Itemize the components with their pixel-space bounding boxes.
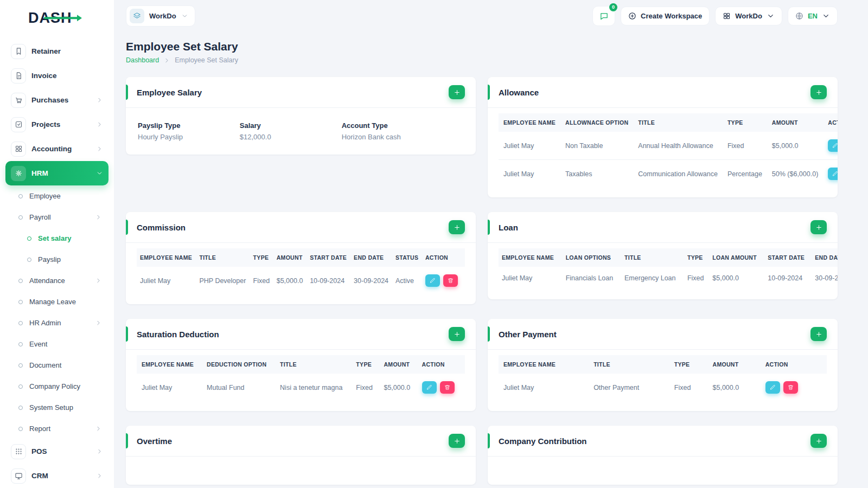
column-header: Loan Options [563, 248, 621, 267]
chevron-right-icon [95, 277, 102, 284]
sidebar-item-label: Purchases [31, 96, 91, 104]
cell-amount: $5,000.0 [767, 132, 823, 160]
loan-card: Loan Employee Name Loan Options Title Ty… [488, 212, 838, 299]
chevron-down-icon [181, 12, 188, 20]
card-title: Allowance [499, 88, 539, 97]
messages-badge: 0 [609, 3, 617, 11]
sidebar-item-payroll[interactable]: Payroll [5, 207, 108, 228]
sidebar-subitem-label: Payslip [38, 255, 102, 264]
add-salary-button[interactable] [449, 85, 465, 99]
logo-arrow-icon [44, 17, 81, 19]
table-row: Juliet May Financials Loan Emergency Loa… [499, 267, 838, 290]
card-title: Company Contribution [499, 436, 586, 446]
add-overtime-button[interactable] [449, 434, 465, 448]
app-menu-label: WorkDo [735, 12, 762, 20]
add-deduction-button[interactable] [449, 327, 465, 341]
column-header: End Date [350, 248, 392, 267]
circle-bullet-icon [18, 300, 23, 304]
sidebar-subitem-label: Report [29, 425, 88, 433]
delete-button[interactable] [440, 381, 455, 394]
card-header: Saturation Deduction [126, 319, 476, 350]
sidebar-item-company-policy[interactable]: Company Policy [5, 376, 108, 397]
plus-icon [454, 224, 461, 231]
sidebar-item-accounting[interactable]: Accounting [5, 137, 108, 161]
add-contribution-button[interactable] [810, 434, 827, 448]
edit-button[interactable] [828, 168, 838, 180]
delete-button[interactable] [443, 274, 458, 287]
sidebar-item-report[interactable]: Report [5, 418, 108, 439]
cell-option: Financials Loan [563, 267, 621, 290]
sidebar-item-attendance[interactable]: Attendance [5, 270, 108, 291]
cell-type: Fixed [351, 374, 379, 401]
sidebar-item-retainer[interactable]: Retainer [5, 39, 108, 63]
company-contribution-card: Company Contribution [488, 426, 838, 485]
add-commission-button[interactable] [449, 220, 465, 234]
sidebar-item-label: POS [31, 447, 91, 455]
sidebar-item-event[interactable]: Event [5, 333, 108, 355]
sidebar-item-pos[interactable]: POS [5, 439, 108, 464]
column-header: Type [250, 248, 273, 267]
pencil-icon [426, 384, 432, 390]
cell-status: Active [392, 267, 422, 294]
column-header: Amount [767, 113, 823, 132]
sidebar-item-projects[interactable]: Projects [5, 112, 108, 137]
sidebar-item-system-setup[interactable]: System Setup [5, 397, 108, 418]
sidebar-item-document[interactable]: Document [5, 355, 108, 376]
column-header: Action [417, 355, 465, 374]
commission-table: Employee Name Title Type Amount Start Da… [137, 248, 465, 294]
sidebar-item-invoice[interactable]: Invoice [5, 63, 108, 88]
allowance-table: Employee Name Allownace Option Title Typ… [499, 113, 838, 188]
cell-option: Mutual Fund [202, 374, 275, 401]
edit-button[interactable] [422, 381, 437, 394]
invoice-icon [11, 68, 26, 84]
card-header: Commission [126, 212, 476, 243]
main-area: WorkDo 0 Create Workspace WorkDo EN [114, 0, 868, 485]
sidebar-item-employee[interactable]: Employee [5, 185, 108, 207]
column-header: Amount [379, 355, 417, 374]
card-title: Other Payment [499, 330, 557, 339]
cell-title: Communication Allowance [633, 160, 723, 188]
sidebar-item-set-salary[interactable]: Set salary [5, 228, 108, 249]
top-right-actions: 0 Create Workspace WorkDo EN [592, 6, 838, 26]
cell-action [417, 374, 465, 401]
sidebar-item-purchases[interactable]: Purchases [5, 88, 108, 112]
circle-bullet-icon [18, 194, 23, 198]
add-allowance-button[interactable] [810, 85, 827, 99]
card-body [488, 457, 838, 485]
sidebar-item-hrm[interactable]: HRM [5, 161, 108, 185]
add-loan-button[interactable] [810, 220, 827, 234]
sidebar-item-payslip[interactable]: Payslip [5, 249, 108, 270]
cell-employee: Juliet May [137, 374, 202, 401]
trash-icon [788, 384, 794, 390]
card-header: Employee Salary [126, 77, 476, 108]
chevron-down-icon [822, 12, 830, 20]
table-row: Juliet May Taxables Communication Allowa… [499, 160, 838, 188]
sidebar-item-crm[interactable]: CRM [5, 464, 108, 488]
messages-button[interactable]: 0 [592, 6, 615, 26]
edit-button[interactable] [828, 139, 838, 152]
add-other-payment-button[interactable] [810, 327, 827, 341]
chevron-right-icon [95, 214, 102, 221]
workspace-selector[interactable]: WorkDo [126, 5, 195, 27]
cell-option: Taxables [560, 160, 633, 188]
column-header: Status [392, 248, 422, 267]
plus-icon [454, 331, 461, 338]
breadcrumb-dashboard-link[interactable]: Dashboard [126, 56, 159, 64]
field-account-type: Account Type Horizon Bank cash [342, 121, 464, 141]
sidebar-subitem-label: Employee [29, 192, 102, 200]
circle-bullet-icon [18, 279, 23, 283]
sidebar-item-label: Projects [31, 120, 91, 129]
edit-button[interactable] [765, 381, 780, 394]
card-body [126, 457, 476, 485]
delete-button[interactable] [783, 381, 798, 394]
edit-button[interactable] [425, 274, 440, 287]
create-workspace-button[interactable]: Create Workspace [621, 7, 710, 25]
other-payment-table: Employee Name Title Type Amount Action J… [499, 355, 827, 401]
logo[interactable]: DASH [0, 0, 114, 36]
trash-icon [444, 384, 450, 390]
sidebar-item-manage-leave[interactable]: Manage Leave [5, 291, 108, 312]
column-header: Title [196, 248, 250, 267]
language-selector[interactable]: EN [788, 7, 838, 25]
sidebar-item-hr-admin[interactable]: HR Admin [5, 312, 108, 333]
app-menu-button[interactable]: WorkDo [715, 7, 782, 25]
